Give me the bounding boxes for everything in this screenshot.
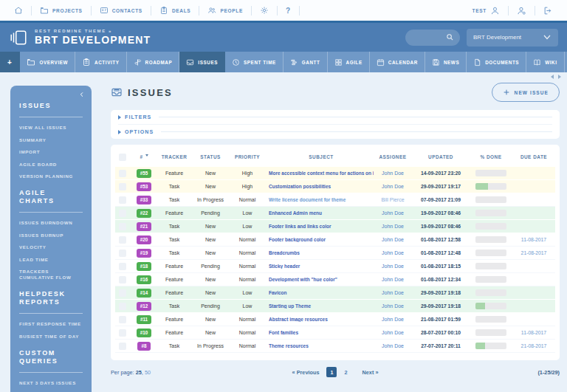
tab-spent-time[interactable]: SPENT TIME (225, 52, 284, 72)
sidebar-item-issues-burndown[interactable]: ISSUES BURNDOWN (19, 220, 83, 226)
subject-link[interactable]: Enhanced Admin menu (269, 210, 322, 216)
row-checkbox[interactable] (119, 250, 126, 257)
sidebar-item-import[interactable]: IMPORT (19, 149, 83, 155)
column-header-id[interactable]: # (130, 154, 158, 159)
subject-link[interactable]: Customization possibilities (269, 184, 331, 189)
new-issue-button[interactable]: NEW ISSUE (492, 83, 560, 102)
sidebar-item-next-3-days-issues[interactable]: NEXT 3 DAYS ISSUES (19, 380, 83, 386)
tab-issues[interactable]: ISSUES (179, 52, 225, 72)
subject-link[interactable]: Favicon (269, 290, 287, 295)
per-page-active[interactable]: 25 (136, 369, 142, 376)
tab-news[interactable]: NEWS (425, 52, 467, 72)
select-all-checkbox[interactable] (119, 154, 126, 161)
options-toggle[interactable]: OPTIONS (118, 125, 552, 139)
sidebar-item-busiest-time-of-day[interactable]: BUSIEST TIME OF DAY (19, 334, 83, 340)
subject-link[interactable]: Breadcrumbs (269, 250, 300, 255)
previous-page-link[interactable]: « Previous (292, 369, 320, 376)
subject-link[interactable]: Footer background color (269, 237, 326, 242)
page-2-button[interactable]: 2 (344, 369, 347, 376)
nav-item-gear[interactable] (252, 0, 277, 21)
assignee-link[interactable]: John Doe (382, 210, 404, 216)
search-icon[interactable] (446, 33, 454, 41)
assignee-link[interactable]: John Doe (382, 264, 404, 269)
subject-link[interactable]: Starting up Theme (269, 303, 311, 309)
assignee-link[interactable]: John Doe (382, 237, 404, 242)
tab-calendar[interactable]: CALENDAR (370, 52, 425, 72)
assignee-link[interactable]: Bill Pierce (381, 197, 404, 202)
subject-link[interactable]: Write license document for theme (269, 197, 346, 202)
assignee-link[interactable]: John Doe (382, 171, 404, 176)
sidebar-item-view-all-issues[interactable]: VIEW ALL ISSUES (19, 125, 83, 131)
sidebar-item-version-planning[interactable]: VERSION PLANNING (19, 173, 83, 179)
tab-scroll-left-icon[interactable] (551, 75, 554, 79)
tab-gantt[interactable]: GANTT (284, 52, 328, 72)
sidebar-item-lead-time[interactable]: LEAD TIME (19, 257, 83, 263)
assignee-link[interactable]: John Doe (382, 224, 404, 229)
assignee-link[interactable]: John Doe (382, 184, 404, 189)
tab-roadmap[interactable]: ROADMAP (127, 52, 180, 72)
nav-item--[interactable]: ? (278, 0, 299, 21)
subject-link[interactable]: Theme resources (269, 343, 309, 348)
assignee-link[interactable]: John Doe (382, 277, 404, 282)
tab-documents[interactable]: DOCUMENTS (467, 52, 526, 72)
tab-overview[interactable]: OVERVIEW (20, 52, 75, 72)
tab-scroll-right-icon[interactable] (558, 75, 561, 79)
row-checkbox[interactable] (119, 343, 126, 350)
issue-id-badge[interactable]: #33 (137, 196, 152, 204)
issue-id-badge[interactable]: #18 (137, 262, 152, 271)
current-user-button[interactable]: TEST (464, 0, 508, 21)
tab-activity[interactable]: ACTIVITY (75, 52, 127, 72)
next-page-link[interactable]: Next » (362, 369, 379, 376)
row-checkbox[interactable] (119, 236, 126, 244)
assignee-link[interactable]: John Doe (382, 303, 404, 309)
sidebar-item-agile-board[interactable]: AGILE BOARD (19, 162, 83, 168)
row-checkbox[interactable] (119, 289, 126, 297)
assignee-link[interactable]: John Doe (382, 330, 404, 335)
column-header-updated[interactable]: UPDATED (412, 154, 470, 159)
issue-id-badge[interactable]: #16 (137, 275, 152, 284)
issue-id-badge[interactable]: #12 (137, 302, 152, 311)
issue-id-badge[interactable]: #10 (137, 329, 152, 337)
nav-item-deals[interactable]: DEALS (151, 0, 199, 21)
subject-link[interactable]: More accessible context menu for actions… (269, 171, 374, 176)
assignee-link[interactable]: John Doe (382, 317, 404, 322)
sidebar-item-trackers-cumulative-flow[interactable]: TRACKERS CUMULATIVE FLOW (19, 269, 83, 281)
nav-item-home[interactable] (6, 0, 31, 21)
issue-id-badge[interactable]: #8 (137, 342, 150, 351)
sidebar-collapse-icon[interactable] (79, 92, 85, 97)
row-checkbox[interactable] (119, 183, 126, 190)
subject-link[interactable]: Footer links and links color (269, 224, 331, 229)
issue-id-badge[interactable]: #19 (137, 249, 152, 258)
row-checkbox[interactable] (119, 210, 126, 217)
issue-id-badge[interactable]: #22 (137, 209, 152, 218)
issue-id-badge[interactable]: #14 (137, 289, 152, 298)
assignee-link[interactable]: John Doe (382, 250, 404, 255)
subject-link[interactable]: Abstract image resources (269, 317, 328, 322)
column-header-status[interactable]: STATUS (190, 154, 230, 159)
row-checkbox[interactable] (119, 303, 126, 310)
issue-id-badge[interactable]: #53 (137, 182, 152, 191)
search-input[interactable] (405, 30, 460, 46)
tab-wiki[interactable]: WIKI (526, 52, 564, 72)
row-checkbox[interactable] (119, 276, 126, 283)
row-checkbox[interactable] (119, 170, 126, 177)
sidebar-item-summary[interactable]: SUMMARY (19, 137, 83, 143)
sidebar-item-first-response-time[interactable]: FIRST RESPONSE TIME (19, 321, 83, 327)
project-jump-select[interactable]: BRT Development (467, 29, 558, 47)
logout-button[interactable] (535, 0, 561, 21)
nav-item-projects[interactable]: PROJECTS (32, 0, 91, 21)
row-checkbox[interactable] (119, 329, 126, 337)
sidebar-item-issues-burnup[interactable]: ISSUES BURNUP (19, 233, 83, 238)
row-checkbox[interactable] (119, 223, 126, 230)
assignee-link[interactable]: John Doe (382, 290, 404, 295)
filters-toggle[interactable]: FILTERS (118, 110, 552, 124)
issue-id-badge[interactable]: #11 (137, 315, 151, 324)
row-checkbox[interactable] (119, 263, 126, 270)
column-header-priority[interactable]: PRIORITY (230, 154, 264, 159)
subject-link[interactable]: Sticky header (269, 264, 300, 269)
column-header-subject[interactable]: SUBJECT (264, 154, 374, 159)
breadcrumb[interactable]: BEST REDMINE THEME » (35, 29, 151, 33)
row-checkbox[interactable] (119, 196, 126, 204)
nav-item-people[interactable]: PEOPLE (199, 0, 251, 21)
issue-id-badge[interactable]: #21 (137, 222, 152, 231)
